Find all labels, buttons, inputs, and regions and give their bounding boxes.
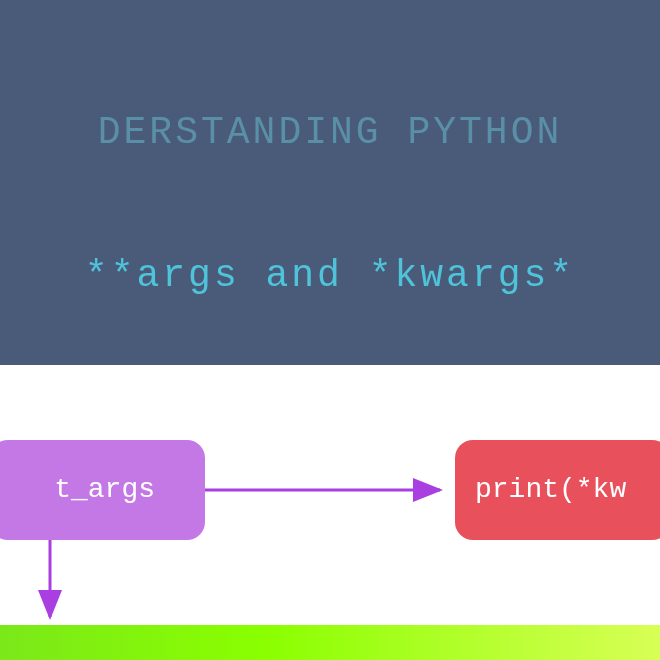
print-kwargs-box: print(*kw: [455, 440, 660, 540]
print-kwargs-box-label: print(*kw: [475, 474, 626, 505]
slide-title-banner: DERSTANDING PYTHON **args and *kwargs*: [0, 0, 660, 365]
diagram-area: t_args print(*kw unction(**args); **kwar…: [0, 365, 660, 661]
args-box-label: t_args: [54, 474, 155, 505]
title-line-2: **args and *kwargs*: [0, 252, 660, 300]
title-line-1: DERSTANDING PYTHON: [0, 109, 660, 157]
code-block: unction(**args); **kwargs(); ** print(*k…: [0, 625, 660, 661]
args-box: t_args: [0, 440, 205, 540]
